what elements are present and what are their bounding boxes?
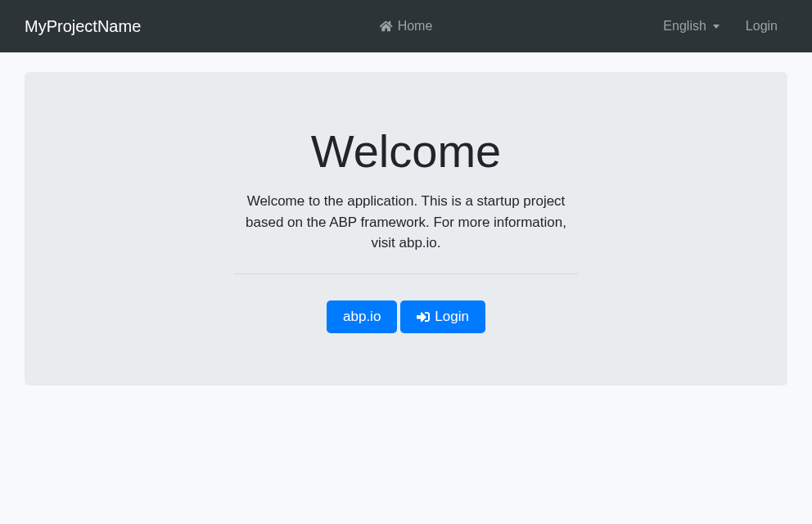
nav-home-label: Home — [398, 19, 433, 34]
nav-home[interactable]: Home — [370, 12, 443, 40]
abp-link-button[interactable]: abp.io — [327, 300, 397, 333]
navbar-brand[interactable]: MyProjectName — [25, 17, 141, 36]
login-button-label: Login — [435, 309, 469, 325]
navbar-right: English Login — [653, 12, 787, 40]
navbar-center: Home — [370, 12, 443, 40]
language-label: English — [663, 19, 706, 34]
login-button[interactable]: Login — [400, 300, 485, 333]
main-container: Welcome Welcome to the application. This… — [0, 52, 812, 405]
page-title: Welcome — [234, 124, 578, 178]
chevron-down-icon — [713, 25, 720, 29]
language-dropdown[interactable]: English — [653, 12, 729, 40]
home-icon — [380, 20, 393, 33]
sign-in-icon — [417, 310, 430, 323]
content-wrapper: Welcome Welcome to the application. This… — [234, 124, 578, 333]
nav-login[interactable]: Login — [736, 12, 787, 40]
navbar: MyProjectName Home English Login — [0, 0, 812, 52]
button-group: abp.io Login — [234, 300, 578, 333]
welcome-jumbotron: Welcome Welcome to the application. This… — [25, 72, 787, 386]
lead-text: Welcome to the application. This is a st… — [234, 191, 578, 254]
divider — [234, 273, 578, 274]
